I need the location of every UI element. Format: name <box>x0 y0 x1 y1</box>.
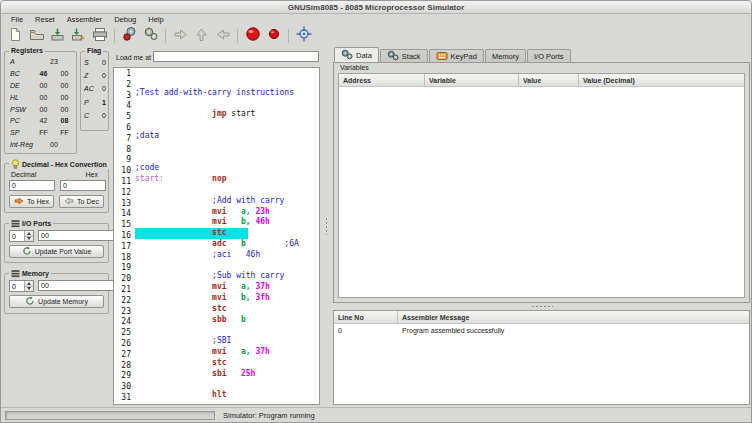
tab-data[interactable]: Data <box>334 47 379 63</box>
save-as-button[interactable] <box>68 27 89 46</box>
code-line[interactable] <box>135 142 319 153</box>
code-line[interactable]: stc <box>135 358 319 369</box>
code-line[interactable] <box>135 379 319 390</box>
code-line[interactable] <box>135 120 319 131</box>
register-value[interactable]: 00 <box>33 141 75 148</box>
assembler-message-table[interactable]: Line NoAssembler Message 0Program assemb… <box>333 310 750 405</box>
code-line[interactable] <box>135 261 319 272</box>
open-file-button[interactable] <box>26 27 47 46</box>
tab-i-o-ports[interactable]: I/O Ports <box>527 49 571 63</box>
code-line[interactable]: ;code <box>135 163 319 174</box>
code-line[interactable]: sbb b <box>135 315 319 326</box>
register-value-high[interactable]: 00 <box>33 82 54 89</box>
spin-down-icon[interactable] <box>25 237 33 242</box>
code-line[interactable]: mvi b, 46h <box>135 217 319 228</box>
register-value-high[interactable]: 00 <box>33 94 54 101</box>
code-line[interactable]: ;SBI <box>135 336 319 347</box>
code-line[interactable]: adc b ;6A <box>135 239 319 250</box>
code-line[interactable]: ;Test add-with-carry instructions <box>135 88 319 99</box>
code-line[interactable]: ;Add with carry <box>135 196 319 207</box>
horizontal-splitter[interactable] <box>333 303 750 310</box>
step-back-button[interactable] <box>212 27 233 46</box>
menu-item-reset[interactable]: Reset <box>29 14 61 25</box>
flag-value[interactable]: 0 <box>97 59 106 66</box>
code-line[interactable]: mvi a, 37h <box>135 282 319 293</box>
assemble-button[interactable] <box>119 27 140 46</box>
listing-button[interactable] <box>140 27 161 46</box>
code-line[interactable] <box>135 99 319 110</box>
step-out-button[interactable] <box>191 27 212 46</box>
register-value-low[interactable]: FF <box>54 129 75 136</box>
highlighted-code-line[interactable]: stc <box>135 228 319 239</box>
column-header-value-decimal[interactable]: Value (Decimal) <box>579 74 744 86</box>
code-line[interactable]: ;aci 46h <box>135 250 319 261</box>
code-line[interactable]: start: nop <box>135 174 319 185</box>
column-header-variable[interactable]: Variable <box>425 74 519 86</box>
memory-address-stepper[interactable] <box>9 280 34 292</box>
code-line[interactable]: mvi a, 23h <box>135 207 319 218</box>
column-header-assembler-message[interactable]: Assembler Message <box>398 311 749 323</box>
register-value-high[interactable]: FF <box>33 129 54 136</box>
menu-item-assembler[interactable]: Assembler <box>61 14 108 25</box>
variables-table[interactable]: AddressVariableValueValue (Decimal) <box>338 73 745 298</box>
column-header-line-no[interactable]: Line No <box>334 311 398 323</box>
decimal-input[interactable] <box>9 180 55 191</box>
tab-keypad[interactable]: KeyPad <box>429 49 484 63</box>
code-line[interactable] <box>135 77 319 88</box>
register-value-low[interactable]: 00 <box>54 82 75 89</box>
hex-input[interactable] <box>60 180 106 191</box>
tab-stack[interactable]: Stack <box>380 49 428 63</box>
to-hex-button[interactable]: To Hex <box>9 195 54 208</box>
step-forward-button[interactable] <box>170 27 191 46</box>
code-editor[interactable]: 1234567891011121314151617181920212223242… <box>113 67 320 405</box>
spin-down-icon[interactable] <box>25 287 33 292</box>
register-value[interactable]: 23 <box>33 58 75 65</box>
register-value-low[interactable]: 08 <box>54 117 75 124</box>
menu-item-help[interactable]: Help <box>142 14 169 25</box>
code-line[interactable]: mvi b, 3fh <box>135 293 319 304</box>
column-header-address[interactable]: Address <box>339 74 425 86</box>
code-text[interactable]: ;Test add-with-carry instructions jmp st… <box>135 68 319 404</box>
register-value-low[interactable]: 00 <box>54 70 75 77</box>
menu-item-file[interactable]: File <box>5 14 29 25</box>
code-line[interactable]: ;data <box>135 131 319 142</box>
flag-value[interactable]: 0 <box>97 85 106 92</box>
update-memory-button[interactable]: Update Memory <box>9 295 104 308</box>
update-port-value-button[interactable]: Update Port Value <box>9 245 104 258</box>
register-value-low[interactable]: 00 <box>54 106 75 113</box>
code-line[interactable]: jmp start <box>135 109 319 120</box>
register-value-high[interactable]: 46 <box>33 70 54 77</box>
flag-value[interactable]: 1 <box>97 99 106 106</box>
column-header-value[interactable]: Value <box>519 74 579 86</box>
assembler-message-row[interactable]: 0Program assembled successfully <box>334 324 749 336</box>
port-address-stepper[interactable] <box>9 230 34 242</box>
memory-address-input[interactable] <box>10 281 24 291</box>
execution-point-button[interactable] <box>293 27 314 46</box>
port-address-input[interactable] <box>10 231 24 241</box>
code-line[interactable] <box>135 185 319 196</box>
code-line[interactable]: sbi 25h <box>135 369 319 380</box>
vertical-splitter[interactable] <box>321 47 332 405</box>
code-line[interactable] <box>135 153 319 164</box>
stop-button[interactable] <box>263 27 284 46</box>
flag-value[interactable]: 0 <box>97 72 106 79</box>
code-line[interactable]: stc <box>135 304 319 315</box>
code-line[interactable] <box>135 325 319 336</box>
code-line[interactable] <box>135 401 319 404</box>
flag-value[interactable]: 0 <box>97 112 106 119</box>
save-button[interactable] <box>47 27 68 46</box>
print-button[interactable] <box>89 27 110 46</box>
register-value-high[interactable]: 00 <box>33 106 54 113</box>
code-line-content: ;code <box>135 163 159 174</box>
register-value-high[interactable]: 42 <box>33 117 54 124</box>
code-line[interactable]: ;Sub with carry <box>135 271 319 282</box>
to-dec-button[interactable]: To Dec <box>59 195 104 208</box>
register-value-low[interactable]: 00 <box>54 94 75 101</box>
menu-item-debug[interactable]: Debug <box>108 14 142 25</box>
new-file-button[interactable] <box>5 27 26 46</box>
code-line[interactable]: mvi a, 37h <box>135 347 319 358</box>
run-button[interactable] <box>242 27 263 46</box>
tab-memory[interactable]: Memory <box>485 49 526 63</box>
load-me-at-input[interactable] <box>153 51 319 62</box>
code-line[interactable]: hlt <box>135 390 319 401</box>
